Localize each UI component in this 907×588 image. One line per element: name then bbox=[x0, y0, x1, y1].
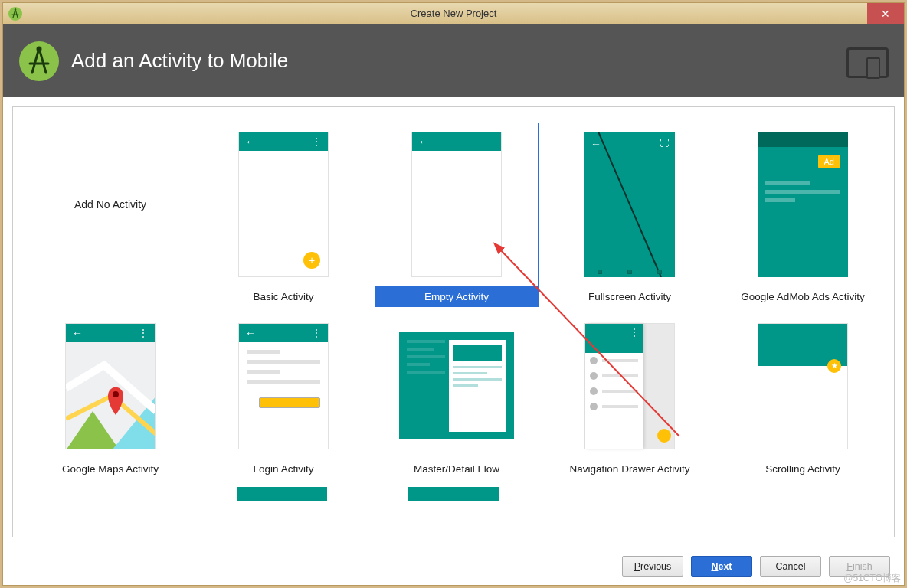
template-label: Google AdMob Ads Activity bbox=[721, 286, 885, 307]
template-fullscreen-activity[interactable]: ← ⛶ Fullscreen Activity bbox=[548, 122, 712, 307]
previous-button[interactable]: Previous bbox=[622, 556, 683, 577]
template-master-detail[interactable]: Master/Detail Flow bbox=[375, 313, 539, 479]
svg-point-8 bbox=[113, 391, 119, 397]
template-label: Google Maps Activity bbox=[28, 459, 192, 479]
star-icon: ★ bbox=[827, 359, 841, 373]
template-navigation-drawer[interactable]: ⋮ Navigation Drawer Activity bbox=[548, 313, 712, 479]
thumb-admob: Ad bbox=[758, 132, 848, 277]
wizard-header: Add an Activity to Mobile bbox=[3, 24, 904, 97]
back-arrow-icon: ← bbox=[72, 327, 83, 339]
thumb-no-activity: Add No Activity bbox=[28, 122, 192, 286]
template-empty-activity[interactable]: ← Empty Activity bbox=[375, 122, 539, 307]
template-login-activity[interactable]: ←⋮ Login Activity bbox=[201, 313, 365, 479]
back-arrow-icon: ← bbox=[418, 136, 429, 148]
cancel-button[interactable]: Cancel bbox=[760, 556, 821, 577]
template-label: Master/Detail Flow bbox=[375, 459, 539, 479]
overflow-icon: ⋮ bbox=[312, 136, 322, 147]
thumb-login: ←⋮ bbox=[238, 323, 329, 449]
template-add-no-activity[interactable]: Add No Activity bbox=[28, 122, 192, 307]
svg-point-1 bbox=[15, 8, 17, 11]
template-scrolling-activity[interactable]: ★ Scrolling Activity bbox=[721, 313, 885, 479]
thumb-empty: ← bbox=[411, 132, 502, 277]
template-label: Empty Activity bbox=[375, 286, 539, 307]
back-arrow-icon: ← bbox=[245, 327, 256, 339]
nav-bar-icon bbox=[584, 270, 675, 274]
template-gallery: Add No Activity ←⋮ + Basic Activity ← Em… bbox=[12, 106, 895, 537]
ad-badge: Ad bbox=[818, 155, 840, 168]
template-label: Scrolling Activity bbox=[721, 459, 885, 479]
thumb-basic: ←⋮ + bbox=[238, 132, 329, 277]
back-arrow-icon: ← bbox=[245, 136, 256, 148]
page-title: Add an Activity to Mobile bbox=[71, 49, 288, 73]
titlebar: Create New Project ✕ bbox=[3, 3, 904, 24]
template-basic-activity[interactable]: ←⋮ + Basic Activity bbox=[201, 122, 365, 307]
thumb-scrolling: ★ bbox=[758, 323, 848, 449]
thumb-maps: ←⋮ bbox=[65, 323, 156, 449]
login-submit-icon bbox=[259, 397, 320, 408]
template-label: Basic Activity bbox=[201, 286, 365, 307]
partial-next-row bbox=[28, 487, 879, 501]
svg-line-4 bbox=[598, 132, 661, 277]
close-button[interactable]: ✕ bbox=[867, 3, 904, 24]
svg-point-3 bbox=[37, 46, 42, 51]
thumb-master-detail bbox=[399, 332, 514, 439]
map-icon bbox=[66, 342, 155, 449]
template-label: Navigation Drawer Activity bbox=[548, 459, 712, 479]
close-icon: ✕ bbox=[881, 8, 890, 20]
overflow-icon: ⋮ bbox=[139, 328, 149, 338]
template-label bbox=[28, 286, 192, 307]
thumb-nav-drawer: ⋮ bbox=[584, 323, 675, 449]
android-studio-icon bbox=[8, 6, 23, 21]
template-admob-activity[interactable]: Ad Google AdMob Ads Activity bbox=[721, 122, 885, 307]
wizard-footer: Previous Next Cancel Finish bbox=[3, 547, 904, 585]
wizard-window: Create New Project ✕ Add an Activity to … bbox=[2, 2, 905, 586]
android-studio-logo bbox=[18, 41, 60, 82]
next-button[interactable]: Next bbox=[691, 556, 752, 577]
fab-icon bbox=[657, 429, 671, 443]
overflow-icon: ⋮ bbox=[312, 328, 322, 338]
template-label: Fullscreen Activity bbox=[548, 286, 712, 307]
thumb-fullscreen: ← ⛶ bbox=[584, 132, 675, 277]
form-factor-icon bbox=[846, 47, 889, 78]
fab-icon: + bbox=[303, 252, 320, 269]
overflow-icon: ⋮ bbox=[630, 327, 640, 350]
window-title: Create New Project bbox=[411, 8, 497, 19]
template-google-maps-activity[interactable]: ←⋮ Google Maps Activity bbox=[28, 313, 192, 479]
watermark: @51CTO博客 bbox=[843, 572, 901, 585]
template-label: Login Activity bbox=[201, 459, 365, 479]
